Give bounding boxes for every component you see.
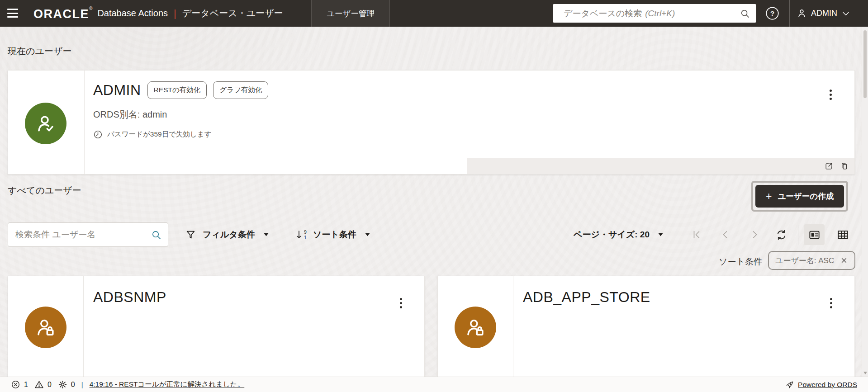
card-action-strip [467, 158, 854, 174]
user-card[interactable]: ADBSNMP [8, 276, 425, 389]
sort-chip[interactable]: ユーザー名: ASC [768, 251, 855, 270]
search-icon [740, 9, 750, 19]
filter-icon [185, 229, 196, 241]
help-button[interactable]: ? [765, 6, 779, 20]
user-name: ADMIN [811, 9, 837, 18]
open-in-new-icon[interactable] [825, 162, 833, 170]
filter-dropdown[interactable]: フィルタ条件 [185, 222, 269, 247]
powered-by-ords[interactable]: Powered by ORDS [785, 380, 857, 389]
warning-counter[interactable]: 0 [34, 380, 52, 389]
card-divider [513, 276, 513, 388]
app-header: ORACLE® Database Actions | データベース・ユーザー ユ… [0, 0, 868, 27]
status-message-link[interactable]: 4:19:16 - RESTコールが正常に解決されました。 [90, 380, 245, 389]
person-check-icon [34, 112, 57, 135]
database-actions-app: ORACLE® Database Actions | データベース・ユーザー ユ… [0, 0, 868, 392]
card-divider [84, 71, 85, 174]
error-icon [11, 380, 20, 389]
user-card-name: ADBSNMP [93, 289, 166, 306]
sort-chip-label: ソート条件 [719, 256, 762, 268]
caret-down-icon [658, 232, 664, 237]
question-glyph: ? [770, 9, 774, 17]
status-bar: 1 0 0 | 4:19:16 - RESTコールが正常に解決されました。 [0, 377, 868, 392]
header-divider [789, 0, 790, 27]
user-search-input[interactable]: 検索条件 ユーザー名 [8, 222, 168, 247]
current-user-heading: 現在のユーザー [8, 45, 71, 57]
gear-icon [58, 380, 67, 389]
search-placeholder: データベースの検索 [564, 8, 642, 19]
user-card-menu-icon[interactable] [828, 296, 834, 310]
ords-alias: ORDS別名: admin [93, 109, 167, 121]
breadcrumb-separator: | [174, 8, 176, 19]
sort-dropdown[interactable]: 91 ソート条件 [295, 222, 370, 247]
graph-enabled-badge: グラフ有効化 [213, 81, 268, 99]
caret-down-icon [365, 232, 370, 237]
copy-icon[interactable] [840, 162, 849, 170]
create-user-focus-ring: + ユーザーの作成 [751, 181, 848, 212]
error-counter[interactable]: 1 [11, 380, 28, 389]
page-size-dropdown[interactable]: ページ・サイズ: 20 [574, 222, 664, 247]
clock-icon [93, 130, 103, 139]
plus-icon: + [766, 191, 772, 202]
user-search-icon[interactable] [151, 230, 161, 240]
oracle-logo[interactable]: ORACLE® [33, 6, 92, 21]
user-menu[interactable]: ADMIN [797, 0, 850, 27]
refresh-icon[interactable] [775, 229, 787, 241]
scrollbar[interactable] [862, 27, 868, 377]
card-divider [83, 276, 84, 388]
pagination [691, 222, 760, 247]
user-search-placeholder: 検索条件 ユーザー名 [15, 229, 95, 241]
search-shortcut-hint: (Ctrl+K) [645, 9, 675, 19]
table-view-toggle[interactable] [832, 224, 853, 245]
scrollbar-thumb[interactable] [863, 30, 867, 98]
registered-mark: ® [89, 6, 92, 11]
process-counter[interactable]: 0 [58, 380, 75, 389]
page-context: データベース・ユーザー [182, 7, 283, 19]
password-expiry-text: パスワードが359日で失効します [107, 130, 212, 139]
status-separator: | [81, 381, 83, 388]
user-card[interactable]: ADB_APP_STORE [437, 276, 855, 389]
locked-user-avatar [455, 307, 496, 348]
sort-chip-value: ユーザー名: ASC [775, 255, 834, 266]
user-card-name: ADB_APP_STORE [523, 289, 650, 306]
locked-user-avatar [25, 307, 66, 348]
create-user-button[interactable]: + ユーザーの作成 [755, 185, 844, 208]
sort-icon: 91 [295, 229, 307, 240]
password-expiry-row: パスワードが359日で失効します [93, 130, 212, 139]
caret-down-icon [263, 232, 269, 237]
user-card-menu-icon[interactable] [398, 296, 404, 310]
previous-page-icon[interactable] [720, 229, 731, 240]
admin-card-menu-icon[interactable] [828, 88, 834, 102]
tab-user-management[interactable]: ユーザー管理 [311, 0, 390, 27]
first-page-icon[interactable] [691, 229, 702, 240]
toolbar-divider [798, 225, 798, 245]
scrollbar-down-arrow[interactable] [863, 372, 867, 374]
admin-name-row: ADMIN RESTの有効化 グラフ有効化 [93, 81, 268, 99]
close-icon[interactable] [840, 256, 848, 264]
product-name: Database Actions [97, 8, 168, 19]
rocket-icon [785, 380, 794, 389]
card-view-toggle[interactable] [804, 224, 825, 245]
next-page-icon[interactable] [749, 229, 760, 240]
person-lock-icon [464, 316, 487, 339]
warning-icon [34, 380, 44, 389]
user-icon [797, 8, 807, 19]
menu-icon[interactable] [7, 9, 18, 18]
current-user-card: ADMIN RESTの有効化 グラフ有効化 ORDS別名: admin パスワー… [8, 70, 855, 175]
person-lock-icon [34, 316, 57, 339]
chevron-down-icon [841, 9, 850, 18]
admin-username: ADMIN [93, 82, 141, 99]
breadcrumb: ORACLE® Database Actions | データベース・ユーザー [33, 0, 283, 27]
rest-enabled-badge: RESTの有効化 [147, 81, 207, 99]
global-search-input[interactable]: データベースの検索 (Ctrl+K) [553, 4, 756, 23]
admin-avatar [25, 103, 66, 144]
all-users-heading: すべてのユーザー [8, 184, 81, 197]
